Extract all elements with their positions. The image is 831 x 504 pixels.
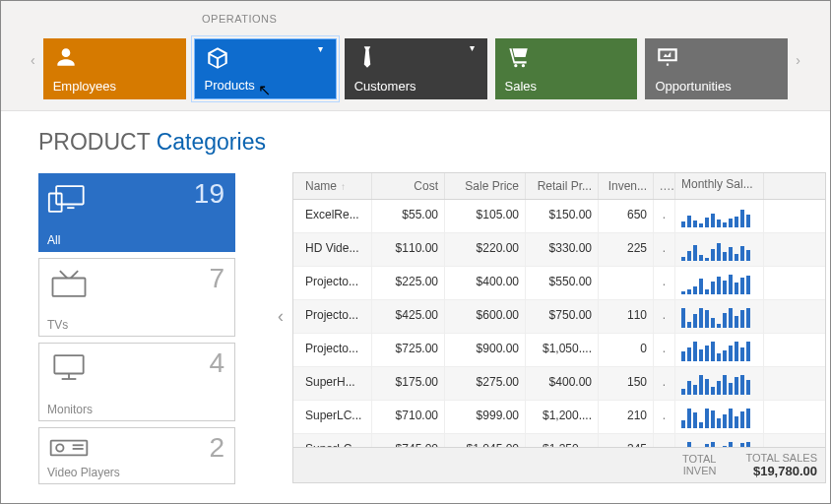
sort-asc-icon: ↑ [341, 181, 346, 192]
cell-cost: $725.00 [372, 334, 445, 366]
cell-inventory: 345 [599, 434, 654, 447]
cell-sale: $900.00 [445, 334, 526, 366]
cell-retail: $750.00 [526, 300, 599, 333]
cell-cost: $425.00 [372, 300, 445, 333]
cell-cost: $710.00 [372, 401, 445, 433]
page-title-prefix: PRODUCT [38, 129, 157, 155]
cell-dot: . [654, 200, 675, 232]
person-icon [53, 44, 79, 70]
nav-tile-sales[interactable]: Sales [495, 38, 638, 99]
page-title: PRODUCT Categories [38, 129, 269, 156]
cell-dot: . [654, 334, 675, 366]
table-row[interactable]: SuperLC...$710.00$999.00$1,200....210. [293, 401, 825, 434]
category-count: 2 [209, 432, 224, 464]
cell-inventory: 225 [599, 233, 654, 266]
col-retail-price[interactable]: Retail Pr... [526, 173, 599, 199]
table-row[interactable]: ExcelRe...$55.00$105.00$150.00650. [293, 200, 825, 233]
cell-dot: . [654, 434, 675, 447]
dropdown-icon[interactable]: ▾ [462, 42, 483, 60]
col-monthly-sales[interactable]: Monthly Sal... [675, 173, 764, 199]
cell-inventory [599, 267, 654, 299]
cell-sparkline [675, 233, 764, 266]
cell-retail: $330.00 [526, 233, 599, 266]
table-row[interactable]: HD Vide...$110.00$220.00$330.00225. [293, 233, 825, 267]
col-cost[interactable]: Cost [372, 173, 445, 199]
category-count: 4 [209, 347, 224, 379]
cell-inventory: 110 [599, 300, 654, 333]
category-tile-tvs[interactable]: 7 TVs [38, 258, 235, 337]
devices-icon [47, 182, 91, 216]
table-row[interactable]: SuperLC...$745.00$1,045.00$1,350....345. [293, 434, 825, 447]
cell-dot: . [654, 300, 675, 333]
category-label: Video Players [47, 466, 120, 479]
cell-name: SuperLC... [293, 401, 372, 433]
table-row[interactable]: Projecto...$225.00$400.00$550.00. [293, 267, 825, 300]
footer-inventory-label: TOTALINVEN [682, 453, 716, 476]
cell-name: ExcelRe... [293, 200, 372, 232]
ribbon-section-label: OPERATIONS [202, 13, 277, 25]
nav-tile-products[interactable]: Products ▾ ↖ [194, 38, 337, 99]
svg-line-6 [60, 271, 67, 278]
col-inventory[interactable]: Inven... [599, 173, 654, 199]
svg-point-12 [56, 444, 63, 451]
grid-header: Name↑ Cost Sale Price Retail Pr... Inven… [293, 173, 825, 200]
cell-sparkline [675, 300, 764, 333]
col-extra[interactable]: ... [654, 173, 675, 199]
player-icon [47, 436, 91, 460]
category-count: 7 [209, 263, 224, 294]
footer-sales-label: TOTAL SALES [745, 452, 817, 464]
nav-tile-label: Opportunities [655, 79, 731, 94]
ribbon-scroll-right[interactable]: › [796, 38, 800, 68]
cursor-icon: ↖ [258, 81, 271, 99]
grid-footer: TOTALINVEN TOTAL SALES $19,780.00 [293, 447, 825, 482]
cell-name: SuperLC... [293, 434, 372, 447]
box-icon [205, 45, 230, 71]
category-tile-monitors[interactable]: 4 Monitors [38, 343, 235, 421]
nav-tile-label: Sales [505, 79, 538, 94]
col-name[interactable]: Name↑ [293, 173, 372, 199]
cell-name: Projecto... [293, 334, 372, 366]
cell-sale: $600.00 [445, 300, 526, 333]
cell-sparkline [675, 200, 764, 232]
nav-tile-customers[interactable]: Customers ▾ [345, 38, 487, 99]
footer-sales-value: $19,780.00 [745, 464, 817, 478]
cell-retail: $400.00 [526, 367, 599, 400]
svg-rect-2 [56, 186, 84, 204]
cell-sparkline [675, 267, 764, 299]
col-sale-price[interactable]: Sale Price [445, 173, 526, 199]
svg-rect-5 [53, 279, 86, 296]
dropdown-icon[interactable]: ▾ [310, 43, 332, 61]
ribbon-scroll-left[interactable]: ‹ [31, 38, 35, 68]
collapse-handle[interactable]: ‹ [269, 129, 292, 503]
cell-sale: $400.00 [445, 267, 526, 299]
cell-cost: $55.00 [372, 200, 445, 232]
cell-inventory: 0 [599, 334, 654, 366]
category-tile-all[interactable]: 19 All [38, 173, 235, 252]
nav-tile-label: Customers [354, 79, 416, 94]
nav-tile-opportunities[interactable]: Opportunities [645, 38, 788, 99]
cell-dot: . [654, 233, 675, 266]
svg-line-7 [71, 271, 78, 278]
svg-rect-8 [54, 355, 83, 373]
category-count: 19 [194, 178, 224, 210]
monitor-icon [47, 351, 91, 385]
nav-tile-employees[interactable]: Employees [43, 38, 186, 99]
cell-sparkline [675, 401, 764, 433]
cell-name: Projecto... [293, 267, 372, 299]
cell-cost: $225.00 [372, 267, 445, 299]
presentation-icon [655, 44, 680, 70]
category-tile-video-players[interactable]: 2 Video Players [38, 427, 235, 484]
cell-sale: $1,045.00 [445, 434, 526, 447]
cell-sale: $999.00 [445, 401, 526, 433]
svg-point-1 [521, 64, 524, 67]
table-row[interactable]: Projecto...$725.00$900.00$1,050....0. [293, 334, 825, 367]
cell-sparkline [675, 367, 764, 400]
cell-inventory: 150 [599, 367, 654, 400]
svg-point-0 [514, 64, 517, 67]
table-row[interactable]: SuperH...$175.00$275.00$400.00150. [293, 367, 825, 401]
table-row[interactable]: Projecto...$425.00$600.00$750.00110. [293, 300, 825, 334]
cell-dot: . [654, 267, 675, 299]
cell-name: Projecto... [293, 300, 372, 333]
cell-inventory: 210 [599, 401, 654, 433]
cell-dot: . [654, 367, 675, 400]
